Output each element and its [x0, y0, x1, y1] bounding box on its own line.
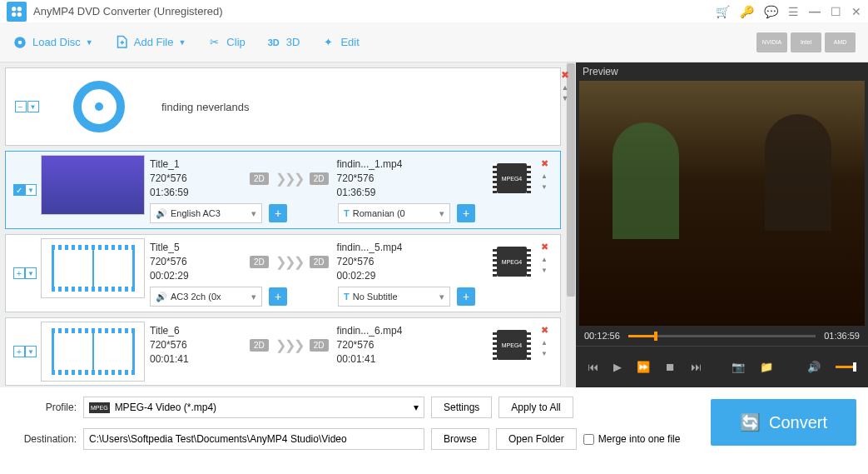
move-down-button[interactable]: ▼ — [562, 94, 569, 102]
current-time: 00:12:56 — [584, 331, 620, 341]
profile-dropdown[interactable]: MPEG MPEG-4 Video (*.mp4) ▾ — [83, 397, 424, 418]
convert-icon: 🔄 — [740, 412, 761, 432]
dropdown-toggle[interactable]: ▼ — [27, 101, 39, 112]
2d-badge-dst[interactable]: 2D — [310, 172, 329, 185]
destination-input[interactable]: C:\Users\Softpedia Test\Documents\AnyMP4… — [83, 428, 424, 450]
speaker-icon: 🔊 — [156, 208, 167, 219]
volume-icon[interactable]: 🔊 — [807, 361, 821, 373]
player-controls: ⏮ ▶ ⏩ ⏹ ⏭ 📷 📁 🔊 — [576, 346, 868, 387]
dropdown-toggle[interactable]: ▼ — [25, 267, 37, 279]
file-plus-icon — [114, 35, 129, 50]
close-button[interactable]: ✕ — [851, 5, 861, 18]
open-folder-button[interactable]: Open Folder — [496, 428, 577, 450]
title-list-panel: − ▼ finding neverlands ✖ ▲ ▼ ✓ ▼ Title_1… — [0, 62, 576, 387]
2d-badge-dst[interactable]: 2D — [310, 256, 329, 268]
volume-slider[interactable] — [836, 366, 856, 368]
add-file-button[interactable]: Add File ▼ — [114, 35, 186, 50]
source-info: Title_1720*57601:36:59 — [150, 157, 250, 200]
snapshot-folder-button[interactable]: 📁 — [760, 361, 773, 373]
app-logo — [7, 2, 27, 22]
subtitle-dropdown[interactable]: T Romanian (0▾ — [338, 203, 450, 223]
chevron-down-icon: ▾ — [414, 402, 419, 413]
move-down-button[interactable]: ▼ — [541, 267, 548, 274]
stop-button[interactable]: ⏹ — [665, 361, 676, 373]
snapshot-button[interactable]: 📷 — [732, 361, 745, 373]
feedback-icon[interactable]: 💬 — [764, 5, 778, 18]
2d-badge-src[interactable]: 2D — [250, 256, 269, 268]
collapse-button[interactable]: − — [15, 101, 27, 112]
edit-button[interactable]: ✦ Edit — [320, 35, 359, 50]
arrow-icon: ❯❯❯ — [275, 337, 303, 353]
3d-button[interactable]: 3D 3D — [266, 35, 300, 50]
add-subtitle-button[interactable]: + — [457, 287, 475, 306]
clip-button[interactable]: ✂ Clip — [206, 35, 245, 50]
move-up-button[interactable]: ▲ — [541, 172, 548, 180]
move-up-button[interactable]: ▲ — [541, 256, 548, 263]
speaker-icon: 🔊 — [156, 292, 167, 302]
minimize-button[interactable]: — — [809, 5, 821, 18]
arrow-icon: ❯❯❯ — [275, 171, 303, 187]
audio-dropdown[interactable]: 🔊 AC3 2ch (0x▾ — [150, 287, 262, 307]
title-thumbnail — [41, 155, 145, 215]
codec-icon[interactable]: MPEG4 — [497, 247, 527, 277]
codec-icon[interactable]: MPEG4 — [497, 163, 527, 193]
audio-dropdown[interactable]: 🔊 English AC3▾ — [150, 203, 262, 223]
cart-icon[interactable]: 🛒 — [716, 5, 730, 18]
select-checkbox[interactable]: + — [13, 267, 25, 279]
fast-forward-button[interactable]: ⏩ — [637, 361, 650, 373]
svg-point-2 — [12, 12, 16, 16]
add-audio-button[interactable]: + — [269, 204, 287, 222]
convert-button[interactable]: 🔄 Convert — [711, 399, 856, 446]
key-icon[interactable]: 🔑 — [740, 5, 754, 18]
title-thumbnail — [41, 238, 145, 298]
move-down-button[interactable]: ▼ — [541, 350, 548, 357]
wand-icon: ✦ — [320, 35, 335, 50]
browse-button[interactable]: Browse — [431, 428, 489, 450]
subtitle-dropdown[interactable]: T No Subtitle▾ — [338, 287, 450, 307]
disc-icon — [12, 35, 27, 50]
title-row[interactable]: ✓ ▼ Title_1720*57601:36:59 2D ❯❯❯ 2D fin… — [5, 151, 561, 229]
bottom-panel: Profile: MPEG MPEG-4 Video (*.mp4) ▾ Set… — [0, 387, 868, 474]
maximize-button[interactable]: ☐ — [831, 5, 841, 18]
prev-button[interactable]: ⏮ — [588, 361, 598, 373]
next-button[interactable]: ⏭ — [691, 361, 702, 373]
titlebar: AnyMP4 DVD Converter (Unregistered) 🛒 🔑 … — [0, 0, 868, 22]
title-row[interactable]: + ▼ Title_5720*57600:02:29 2D ❯❯❯ 2D fin… — [5, 234, 561, 312]
preview-panel: Preview 00:12:56 01:36:59 ⏮ ▶ ⏩ ⏹ ⏭ 📷 📁 … — [576, 62, 868, 387]
gpu-intel-badge: Intel — [791, 32, 821, 52]
2d-badge-src[interactable]: 2D — [250, 339, 269, 352]
remove-title-button[interactable]: ✖ — [541, 158, 548, 169]
source-info: Title_6720*57600:01:41 — [150, 324, 250, 367]
merge-checkbox[interactable] — [583, 434, 594, 445]
move-up-button[interactable]: ▲ — [562, 83, 569, 92]
2d-badge-src[interactable]: 2D — [250, 172, 269, 185]
svg-point-0 — [12, 7, 16, 11]
apply-all-button[interactable]: Apply to All — [498, 397, 573, 418]
select-checkbox[interactable]: ✓ — [13, 184, 25, 196]
title-row[interactable]: + ▼ Title_6720*57600:01:41 2D ❯❯❯ 2D fin… — [5, 317, 561, 386]
select-checkbox[interactable]: + — [13, 346, 25, 357]
dropdown-toggle[interactable]: ▼ — [25, 346, 37, 357]
move-down-button[interactable]: ▼ — [541, 183, 548, 191]
remove-title-button[interactable]: ✖ — [541, 242, 548, 252]
load-disc-button[interactable]: Load Disc ▼ — [12, 35, 93, 50]
codec-icon[interactable]: MPEG4 — [497, 330, 527, 360]
seek-slider[interactable] — [628, 335, 816, 337]
remove-title-button[interactable]: ✖ — [541, 325, 548, 336]
menu-icon[interactable]: ☰ — [788, 5, 799, 18]
remove-disc-button[interactable]: ✖ — [561, 69, 569, 81]
dest-info: findin..._6.mp4720*57600:01:41 — [337, 324, 437, 367]
disc-header-row: − ▼ finding neverlands ✖ ▲ ▼ — [5, 67, 561, 146]
add-audio-button[interactable]: + — [269, 287, 287, 306]
dropdown-toggle[interactable]: ▼ — [25, 184, 37, 196]
scrollbar[interactable] — [566, 62, 576, 387]
text-icon: T — [344, 292, 350, 302]
3d-icon: 3D — [266, 35, 281, 50]
move-up-button[interactable]: ▲ — [541, 339, 548, 347]
settings-button[interactable]: Settings — [431, 397, 492, 418]
preview-video[interactable] — [579, 81, 865, 326]
add-subtitle-button[interactable]: + — [457, 204, 475, 222]
scissors-icon: ✂ — [206, 35, 221, 50]
play-button[interactable]: ▶ — [613, 361, 622, 373]
2d-badge-dst[interactable]: 2D — [310, 339, 329, 352]
